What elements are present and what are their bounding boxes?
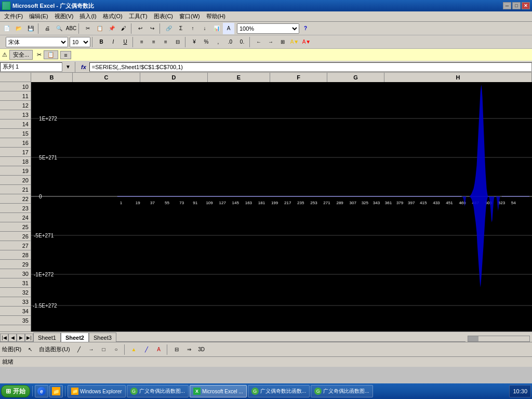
taskbar-ie-icon[interactable]: e xyxy=(35,385,48,397)
scrollbar-area xyxy=(466,336,532,342)
italic-btn[interactable]: I xyxy=(108,36,119,48)
redo-btn[interactable]: ↪ xyxy=(147,23,158,34)
taskbar-item-explorer[interactable]: 📁 Windows Explorer xyxy=(68,385,126,397)
bold-btn[interactable]: B xyxy=(96,36,107,48)
dash-btn[interactable]: ⊟ xyxy=(171,344,182,355)
sort-asc-btn[interactable]: ↑ xyxy=(187,23,198,34)
arrow-style-btn[interactable]: ⇒ xyxy=(183,344,195,355)
x-label-325: 325 xyxy=(362,201,369,205)
sheet-tab-3[interactable]: Sheet3 xyxy=(89,332,116,342)
inc-decimal-btn[interactable]: .0 xyxy=(224,36,236,48)
print-prev-btn[interactable]: 🔍 xyxy=(54,23,65,34)
tab-next-btn[interactable]: ▶ xyxy=(17,334,25,342)
menu-format[interactable]: 格式(O) xyxy=(100,12,126,21)
row-20: 20 xyxy=(0,176,31,185)
font-select[interactable]: 宋体 xyxy=(6,37,68,47)
cut-btn[interactable]: ✂ xyxy=(82,23,94,34)
formula-expand-btn[interactable]: ▼ xyxy=(63,62,73,72)
taskbar-item-chart2[interactable]: G 广义偶奇数比函数... xyxy=(248,385,310,397)
line-btn[interactable]: ╱ xyxy=(73,344,85,355)
align-right-btn[interactable]: ≡ xyxy=(160,36,171,48)
ellipse-btn[interactable]: ○ xyxy=(111,344,122,355)
font-color-btn[interactable]: A▼ xyxy=(301,36,312,48)
start-button[interactable]: ⊞ 开始 xyxy=(1,385,30,397)
tab-prev-btn[interactable]: ◀ xyxy=(8,334,17,342)
taskbar-item-chart1[interactable]: G 广义奇偶比函数图... xyxy=(127,385,189,397)
y-label-1e272: 1E+272 xyxy=(39,116,57,122)
maximize-button[interactable]: □ xyxy=(512,2,521,9)
fill-btn[interactable]: ▲ xyxy=(128,344,140,355)
new-btn[interactable]: 📄 xyxy=(1,23,12,34)
indent-inc-btn[interactable]: → xyxy=(265,36,276,48)
currency-btn[interactable]: ¥ xyxy=(189,36,200,48)
line-color-btn[interactable]: ╱ xyxy=(141,344,152,355)
align-left-btn[interactable]: ≡ xyxy=(136,36,148,48)
zoom-select[interactable]: 100% xyxy=(237,23,299,34)
x-label-361: 361 xyxy=(385,201,392,205)
menu-chart[interactable]: 图表(C) xyxy=(151,12,176,21)
security-list-btn[interactable]: ≡ xyxy=(60,51,71,59)
row-headers: 10 11 12 13 14 15 16 17 18 19 20 21 22 2… xyxy=(0,82,31,331)
arrow-btn[interactable]: → xyxy=(86,344,97,355)
font-color-d-btn[interactable]: A xyxy=(153,344,165,355)
insert-link-btn[interactable]: 🔗 xyxy=(163,23,175,34)
format-painter-btn[interactable]: 🖌 xyxy=(118,23,129,34)
security-btn[interactable]: 安全... xyxy=(9,50,33,60)
row-30: 30 xyxy=(0,269,31,278)
menu-help[interactable]: 帮助(H) xyxy=(203,12,229,21)
horizontal-scrollbar[interactable] xyxy=(468,336,530,342)
formula-content[interactable]: =SERIES(,,Sheet1!$C$1:$C$700,1) xyxy=(89,62,532,72)
row-24: 24 xyxy=(0,213,31,222)
font-size-select[interactable]: 10 xyxy=(70,37,90,47)
close-button[interactable]: ✕ xyxy=(522,2,530,9)
security-copy-btn[interactable]: 📋 xyxy=(44,50,58,59)
taskbar-item-excel[interactable]: X Microsoft Excel ... xyxy=(190,385,247,397)
col-g: G xyxy=(327,73,384,82)
menu-insert[interactable]: 插入(I) xyxy=(76,12,99,21)
merge-btn[interactable]: ⊟ xyxy=(172,36,183,48)
save-btn[interactable]: 💾 xyxy=(25,23,36,34)
help-btn[interactable]: ? xyxy=(300,23,311,34)
sheet-tab-2[interactable]: Sheet2 xyxy=(61,332,89,342)
spellcheck-btn[interactable]: ABC xyxy=(65,23,77,34)
sort-desc-btn[interactable]: ↓ xyxy=(199,23,210,34)
status-bar: 就绪 xyxy=(0,356,532,367)
tab-spacer xyxy=(116,341,466,342)
taskbar-item-chart3[interactable]: G 广义奇偶比函数图... xyxy=(311,385,373,397)
title-text: Microsoft Excel - 广义偶奇数比 xyxy=(12,2,94,10)
dec-decimal-btn[interactable]: 0. xyxy=(236,36,248,48)
taskbar-explorer-icon[interactable]: 📁 xyxy=(49,385,63,397)
sheet-tab-1[interactable]: Sheet1 xyxy=(33,332,61,342)
percent-btn[interactable]: % xyxy=(201,36,212,48)
fill-color-btn[interactable]: A▼ xyxy=(289,36,300,48)
open-btn[interactable]: 📂 xyxy=(13,23,24,34)
align-center-btn[interactable]: ≡ xyxy=(148,36,159,48)
x-label-19: 19 xyxy=(136,201,140,205)
rect-btn[interactable]: □ xyxy=(98,344,110,355)
underline-btn[interactable]: U xyxy=(119,36,131,48)
minimize-button[interactable]: ─ xyxy=(503,2,511,9)
menu-view[interactable]: 视图(V) xyxy=(51,12,77,21)
scrollbar-thumb[interactable] xyxy=(468,336,478,341)
autosum-btn[interactable]: Σ xyxy=(175,23,187,34)
copy-btn[interactable]: 📋 xyxy=(94,23,105,34)
menu-edit[interactable]: 编辑(E) xyxy=(26,12,51,21)
drawing-arrow-btn[interactable]: ↖ xyxy=(24,344,36,355)
border-btn[interactable]: ⊞ xyxy=(277,36,288,48)
chart-wizard-btn[interactable]: 📊 xyxy=(211,23,222,34)
drawing-toggle-btn[interactable]: A xyxy=(223,23,234,34)
row-19: 19 xyxy=(0,166,31,176)
undo-btn[interactable]: ↩ xyxy=(135,23,146,34)
svg-rect-0 xyxy=(31,82,532,331)
tab-last-btn[interactable]: ▶| xyxy=(25,334,33,342)
print-btn[interactable]: 🖨 xyxy=(42,23,53,34)
comma-btn[interactable]: , xyxy=(212,36,224,48)
menu-window[interactable]: 窗口(W) xyxy=(176,12,203,21)
menu-file[interactable]: 文件(F) xyxy=(1,12,26,21)
3d-btn[interactable]: 3D xyxy=(196,344,207,355)
indent-dec-btn[interactable]: ← xyxy=(253,36,264,48)
name-box[interactable]: 系列 1 xyxy=(0,62,62,72)
tab-first-btn[interactable]: |◀ xyxy=(0,334,8,342)
paste-btn[interactable]: 📌 xyxy=(106,23,117,34)
menu-tools[interactable]: 工具(T) xyxy=(126,12,151,21)
